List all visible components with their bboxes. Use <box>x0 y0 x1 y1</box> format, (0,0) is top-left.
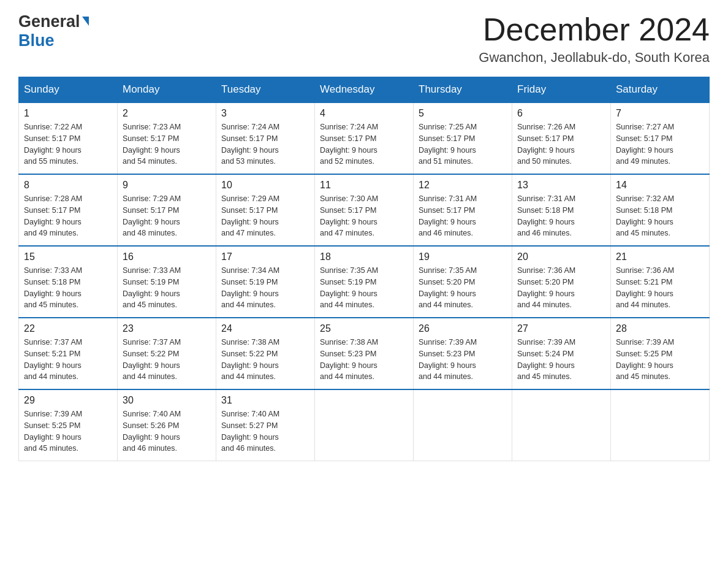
calendar-week-row: 15 Sunrise: 7:33 AMSunset: 5:18 PMDaylig… <box>19 246 710 318</box>
calendar-header-tuesday: Tuesday <box>216 77 315 103</box>
day-number: 14 <box>616 180 704 191</box>
day-number: 1 <box>24 108 112 119</box>
calendar-header-saturday: Saturday <box>611 77 710 103</box>
day-info: Sunrise: 7:22 AMSunset: 5:17 PMDaylight:… <box>24 123 82 166</box>
day-number: 6 <box>517 108 605 119</box>
day-info: Sunrise: 7:35 AMSunset: 5:20 PMDaylight:… <box>419 266 477 309</box>
day-number: 5 <box>419 108 507 119</box>
day-number: 25 <box>320 323 408 334</box>
day-info: Sunrise: 7:25 AMSunset: 5:17 PMDaylight:… <box>419 123 477 166</box>
calendar-header-monday: Monday <box>118 77 216 103</box>
calendar-cell: 20 Sunrise: 7:36 AMSunset: 5:20 PMDaylig… <box>512 246 611 318</box>
calendar-header-sunday: Sunday <box>19 77 118 103</box>
day-info: Sunrise: 7:27 AMSunset: 5:17 PMDaylight:… <box>616 123 674 166</box>
day-number: 2 <box>123 108 211 119</box>
calendar-cell <box>315 389 414 461</box>
day-info: Sunrise: 7:40 AMSunset: 5:26 PMDaylight:… <box>123 410 181 453</box>
day-info: Sunrise: 7:39 AMSunset: 5:25 PMDaylight:… <box>616 338 674 381</box>
day-info: Sunrise: 7:29 AMSunset: 5:17 PMDaylight:… <box>221 194 279 237</box>
day-number: 9 <box>123 180 211 191</box>
day-info: Sunrise: 7:39 AMSunset: 5:24 PMDaylight:… <box>517 338 575 381</box>
day-info: Sunrise: 7:33 AMSunset: 5:19 PMDaylight:… <box>123 266 181 309</box>
calendar-cell: 10 Sunrise: 7:29 AMSunset: 5:17 PMDaylig… <box>216 174 315 246</box>
calendar-week-row: 29 Sunrise: 7:39 AMSunset: 5:25 PMDaylig… <box>19 389 710 461</box>
day-info: Sunrise: 7:38 AMSunset: 5:22 PMDaylight:… <box>221 338 279 381</box>
day-number: 21 <box>616 251 704 262</box>
calendar-cell: 23 Sunrise: 7:37 AMSunset: 5:22 PMDaylig… <box>118 318 216 389</box>
day-info: Sunrise: 7:31 AMSunset: 5:18 PMDaylight:… <box>517 194 575 237</box>
day-number: 26 <box>419 323 507 334</box>
calendar-cell: 15 Sunrise: 7:33 AMSunset: 5:18 PMDaylig… <box>19 246 118 318</box>
calendar-cell <box>414 389 512 461</box>
day-number: 22 <box>24 323 112 334</box>
calendar-cell: 13 Sunrise: 7:31 AMSunset: 5:18 PMDaylig… <box>512 174 611 246</box>
calendar-week-row: 22 Sunrise: 7:37 AMSunset: 5:21 PMDaylig… <box>19 318 710 389</box>
calendar-cell: 17 Sunrise: 7:34 AMSunset: 5:19 PMDaylig… <box>216 246 315 318</box>
calendar-cell: 2 Sunrise: 7:23 AMSunset: 5:17 PMDayligh… <box>118 102 216 174</box>
calendar-cell: 18 Sunrise: 7:35 AMSunset: 5:19 PMDaylig… <box>315 246 414 318</box>
day-info: Sunrise: 7:33 AMSunset: 5:18 PMDaylight:… <box>24 266 82 309</box>
day-number: 8 <box>24 180 112 191</box>
day-info: Sunrise: 7:34 AMSunset: 5:19 PMDaylight:… <box>221 266 279 309</box>
day-number: 15 <box>24 251 112 262</box>
day-number: 4 <box>320 108 408 119</box>
calendar-cell: 30 Sunrise: 7:40 AMSunset: 5:26 PMDaylig… <box>118 389 216 461</box>
page-location: Gwanchon, Jeollabuk-do, South Korea <box>479 50 710 66</box>
calendar-cell: 11 Sunrise: 7:30 AMSunset: 5:17 PMDaylig… <box>315 174 414 246</box>
calendar-cell: 9 Sunrise: 7:29 AMSunset: 5:17 PMDayligh… <box>118 174 216 246</box>
day-number: 3 <box>221 108 309 119</box>
day-number: 30 <box>123 395 211 406</box>
calendar-cell: 26 Sunrise: 7:39 AMSunset: 5:23 PMDaylig… <box>414 318 512 389</box>
day-info: Sunrise: 7:31 AMSunset: 5:17 PMDaylight:… <box>419 194 477 237</box>
calendar-cell: 21 Sunrise: 7:36 AMSunset: 5:21 PMDaylig… <box>611 246 710 318</box>
day-info: Sunrise: 7:23 AMSunset: 5:17 PMDaylight:… <box>123 123 181 166</box>
day-number: 31 <box>221 395 309 406</box>
day-info: Sunrise: 7:37 AMSunset: 5:22 PMDaylight:… <box>123 338 181 381</box>
calendar-cell: 25 Sunrise: 7:38 AMSunset: 5:23 PMDaylig… <box>315 318 414 389</box>
title-block: December 2024 Gwanchon, Jeollabuk-do, So… <box>479 12 710 66</box>
calendar-table: SundayMondayTuesdayWednesdayThursdayFrid… <box>18 77 710 461</box>
calendar-week-row: 1 Sunrise: 7:22 AMSunset: 5:17 PMDayligh… <box>19 102 710 174</box>
calendar-cell: 22 Sunrise: 7:37 AMSunset: 5:21 PMDaylig… <box>19 318 118 389</box>
day-info: Sunrise: 7:35 AMSunset: 5:19 PMDaylight:… <box>320 266 378 309</box>
day-number: 24 <box>221 323 309 334</box>
day-number: 10 <box>221 180 309 191</box>
day-info: Sunrise: 7:24 AMSunset: 5:17 PMDaylight:… <box>320 123 378 166</box>
day-info: Sunrise: 7:36 AMSunset: 5:21 PMDaylight:… <box>616 266 674 309</box>
day-number: 20 <box>517 251 605 262</box>
day-number: 28 <box>616 323 704 334</box>
day-info: Sunrise: 7:40 AMSunset: 5:27 PMDaylight:… <box>221 410 279 453</box>
day-number: 7 <box>616 108 704 119</box>
day-info: Sunrise: 7:36 AMSunset: 5:20 PMDaylight:… <box>517 266 575 309</box>
calendar-header-friday: Friday <box>512 77 611 103</box>
day-info: Sunrise: 7:26 AMSunset: 5:17 PMDaylight:… <box>517 123 575 166</box>
day-info: Sunrise: 7:28 AMSunset: 5:17 PMDaylight:… <box>24 194 82 237</box>
calendar-cell: 31 Sunrise: 7:40 AMSunset: 5:27 PMDaylig… <box>216 389 315 461</box>
calendar-cell: 19 Sunrise: 7:35 AMSunset: 5:20 PMDaylig… <box>414 246 512 318</box>
day-number: 16 <box>123 251 211 262</box>
calendar-cell: 12 Sunrise: 7:31 AMSunset: 5:17 PMDaylig… <box>414 174 512 246</box>
day-number: 17 <box>221 251 309 262</box>
calendar-header-wednesday: Wednesday <box>315 77 414 103</box>
calendar-week-row: 8 Sunrise: 7:28 AMSunset: 5:17 PMDayligh… <box>19 174 710 246</box>
page-title: December 2024 <box>479 12 710 47</box>
calendar-cell: 7 Sunrise: 7:27 AMSunset: 5:17 PMDayligh… <box>611 102 710 174</box>
calendar-cell: 6 Sunrise: 7:26 AMSunset: 5:17 PMDayligh… <box>512 102 611 174</box>
day-info: Sunrise: 7:37 AMSunset: 5:21 PMDaylight:… <box>24 338 82 381</box>
logo-blue-text: Blue <box>18 31 55 50</box>
day-number: 12 <box>419 180 507 191</box>
day-number: 19 <box>419 251 507 262</box>
calendar-cell: 29 Sunrise: 7:39 AMSunset: 5:25 PMDaylig… <box>19 389 118 461</box>
day-info: Sunrise: 7:24 AMSunset: 5:17 PMDaylight:… <box>221 123 279 166</box>
calendar-cell <box>512 389 611 461</box>
day-info: Sunrise: 7:32 AMSunset: 5:18 PMDaylight:… <box>616 194 674 237</box>
calendar-cell: 1 Sunrise: 7:22 AMSunset: 5:17 PMDayligh… <box>19 102 118 174</box>
day-number: 13 <box>517 180 605 191</box>
day-info: Sunrise: 7:29 AMSunset: 5:17 PMDaylight:… <box>123 194 181 237</box>
calendar-cell: 16 Sunrise: 7:33 AMSunset: 5:19 PMDaylig… <box>118 246 216 318</box>
day-info: Sunrise: 7:30 AMSunset: 5:17 PMDaylight:… <box>320 194 378 237</box>
calendar-header-row: SundayMondayTuesdayWednesdayThursdayFrid… <box>19 77 710 103</box>
logo-general-text: General <box>18 12 80 31</box>
calendar-cell: 3 Sunrise: 7:24 AMSunset: 5:17 PMDayligh… <box>216 102 315 174</box>
calendar-cell: 4 Sunrise: 7:24 AMSunset: 5:17 PMDayligh… <box>315 102 414 174</box>
